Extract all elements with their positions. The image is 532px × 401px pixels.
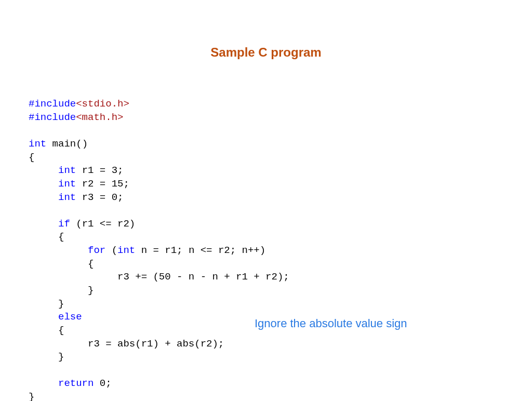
brace-open: { bbox=[58, 325, 64, 336]
brace-close: } bbox=[58, 351, 64, 363]
indent bbox=[29, 338, 88, 350]
annotation-text: Ignore the absolute value sign bbox=[255, 316, 407, 331]
else-body-stmt: r3 = abs(r1) + abs(r2); bbox=[88, 338, 224, 350]
loop-body-stmt: r3 += (50 - n - n + r1 + r2); bbox=[117, 271, 289, 283]
brace-close: } bbox=[58, 298, 64, 310]
type-keyword-int: int bbox=[58, 165, 76, 176]
indent bbox=[29, 165, 58, 176]
keyword-else: else bbox=[58, 311, 82, 323]
brace-close: } bbox=[88, 285, 94, 296]
indent bbox=[29, 218, 58, 230]
preproc-include: #include bbox=[29, 112, 76, 123]
type-keyword-int: int bbox=[58, 178, 76, 190]
indent bbox=[29, 271, 117, 283]
indent bbox=[29, 351, 58, 363]
decl-r1: r1 = 3; bbox=[76, 165, 123, 176]
include-header-math: <math.h> bbox=[76, 112, 123, 123]
brace-close: } bbox=[29, 391, 34, 401]
indent bbox=[29, 231, 58, 243]
brace-open: { bbox=[88, 258, 94, 270]
indent bbox=[29, 325, 58, 336]
for-paren: ( bbox=[105, 245, 117, 256]
indent bbox=[29, 285, 88, 296]
decl-r3: r3 = 0; bbox=[76, 192, 123, 203]
indent bbox=[29, 192, 58, 203]
indent bbox=[29, 178, 58, 190]
keyword-if: if bbox=[58, 218, 70, 230]
for-header: n = r1; n <= r2; n++) bbox=[135, 245, 265, 256]
code-block: #include<stdio.h> #include<math.h> int m… bbox=[29, 84, 532, 401]
keyword-return: return bbox=[58, 378, 94, 389]
indent bbox=[29, 298, 58, 310]
fn-main-signature: main() bbox=[46, 138, 88, 150]
keyword-for: for bbox=[88, 245, 105, 256]
brace-open: { bbox=[58, 231, 64, 243]
type-keyword-int: int bbox=[29, 138, 46, 150]
indent bbox=[29, 258, 88, 270]
indent bbox=[29, 378, 58, 389]
type-keyword-int: int bbox=[117, 245, 135, 256]
decl-r2: r2 = 15; bbox=[76, 178, 129, 190]
indent bbox=[29, 311, 58, 323]
type-keyword-int: int bbox=[58, 192, 76, 203]
if-condition: (r1 <= r2) bbox=[70, 218, 135, 230]
preproc-include: #include bbox=[29, 98, 76, 110]
page-title: Sample C program bbox=[0, 44, 532, 61]
brace-open: { bbox=[29, 152, 34, 163]
indent bbox=[29, 245, 88, 256]
return-value: 0; bbox=[94, 378, 111, 389]
include-header-stdio: <stdio.h> bbox=[76, 98, 129, 110]
